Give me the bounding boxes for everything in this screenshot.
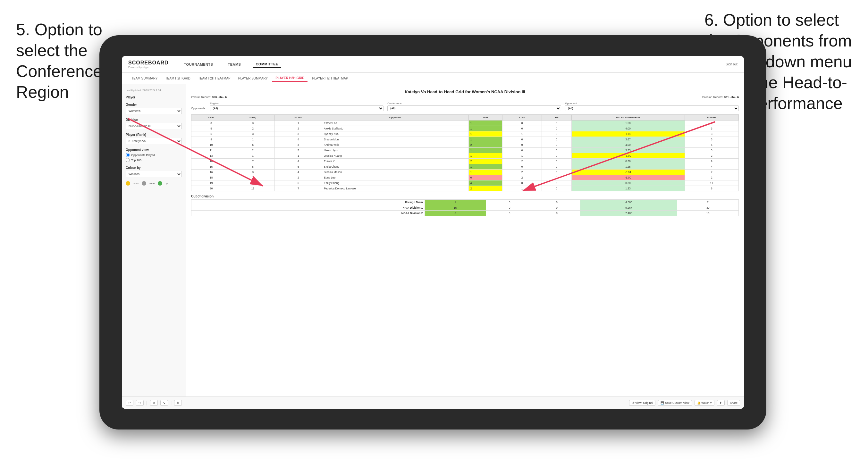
td-win: 1 — [468, 126, 502, 131]
th-div: # Div — [191, 115, 231, 121]
export-btn[interactable]: ⬆ — [717, 400, 725, 406]
player-rank-select[interactable]: 8. Katelyn Vo — [126, 138, 182, 144]
td-rounds: 4 — [685, 164, 739, 169]
radio-top100[interactable]: Top 100 — [126, 158, 182, 162]
sub-nav-player-h2h-heatmap[interactable]: PLAYER H2H HEATMAP — [309, 75, 351, 82]
th-tie: Tie — [541, 115, 571, 121]
td-diff: -3.00 — [571, 153, 685, 159]
td-div: 9 — [191, 137, 231, 142]
player-rank-label: Player (Rank) — [126, 133, 182, 136]
td-opponent: Emily Chang — [322, 181, 468, 186]
region-filter-select[interactable]: (All) — [210, 105, 384, 111]
ood-rounds: 2 — [677, 200, 739, 205]
ood-rounds: 30 — [677, 205, 739, 211]
table-row: 9 1 4 Sharon Mun 1 0 0 3.67 3 — [191, 137, 739, 142]
td-div: 20 — [191, 186, 231, 191]
td-reg: 2 — [231, 148, 275, 153]
main-content: Last Updated: 27/03/2024 1:34 Player Gen… — [122, 84, 744, 409]
td-rounds: 4 — [685, 121, 739, 126]
td-loss: 0 — [502, 121, 541, 126]
td-opponent: Federica Domecq Lacroze — [322, 186, 468, 191]
watch-btn[interactable]: 🔔 Watch ▾ — [694, 400, 714, 406]
player-label: Player — [126, 95, 182, 99]
td-win: 0 — [468, 175, 502, 181]
td-diff: 1.33 — [571, 186, 685, 191]
table-row: 14 7 4 Eunice Yi 2 2 0 0.38 9 — [191, 159, 739, 164]
opponent-filter-group: Opponent (All) — [565, 102, 739, 111]
sub-nav-player-summary[interactable]: PLAYER SUMMARY — [235, 75, 271, 82]
ood-team: NCAA Division 2 — [191, 211, 425, 216]
division-record: 331 - 34 - 6 — [724, 95, 739, 99]
nav-committee[interactable]: COMMITTEE — [253, 61, 281, 68]
content-panel: Katelyn Vo Head-to-Head Grid for Women's… — [186, 84, 744, 409]
td-conf: 2 — [275, 175, 322, 181]
sub-nav-team-h2h-grid[interactable]: TEAM H2H GRID — [162, 75, 194, 82]
share-btn[interactable]: Share — [727, 400, 740, 406]
sub-nav-player-h2h-grid[interactable]: PLAYER H2H GRID — [272, 75, 308, 82]
ood-table-row: Foreign Team 1 0 0 4.500 2 — [191, 200, 739, 205]
division-select[interactable]: NCAA Division III — [126, 123, 182, 129]
division-label: Division — [126, 118, 182, 122]
td-div: 18 — [191, 175, 231, 181]
td-rounds: 4 — [685, 142, 739, 148]
td-conf: 4 — [275, 159, 322, 164]
td-win: 1 — [468, 164, 502, 169]
td-conf: 1 — [275, 153, 322, 159]
td-div: 13 — [191, 153, 231, 159]
td-conf: 5 — [275, 148, 322, 153]
colour-by-select[interactable]: Win/loss — [126, 171, 182, 177]
td-loss: 0 — [502, 142, 541, 148]
td-div: 14 — [191, 159, 231, 164]
td-win: 2 — [468, 159, 502, 164]
h2h-table: # Div # Reg # Conf Opponent Win Loss Tie… — [191, 115, 739, 191]
td-conf: 1 — [275, 121, 322, 126]
table-row: 20 11 7 Federica Domecq Lacroze 2 1 0 1.… — [191, 186, 739, 191]
ood-loss: 0 — [486, 205, 533, 211]
td-win: 2 — [468, 142, 502, 148]
legend-label-level: Level — [149, 182, 155, 185]
table-row: 5 2 2 Alexis Sudjianto 1 0 0 4.00 3 — [191, 126, 739, 131]
view-original-btn[interactable]: 👁 View: Original — [629, 400, 656, 406]
td-reg: 7 — [231, 159, 275, 164]
td-loss: 0 — [502, 126, 541, 131]
nav-tournaments[interactable]: TOURNAMENTS — [182, 61, 216, 68]
td-opponent: Jessica Huang — [322, 153, 468, 159]
td-diff: 1.25 — [571, 164, 685, 169]
td-opponent: Alexis Sudjianto — [322, 126, 468, 131]
td-div: 5 — [191, 126, 231, 131]
redo-btn[interactable]: ↪ — [136, 400, 144, 406]
conference-filter-select[interactable]: (All) — [388, 105, 561, 111]
td-loss: 0 — [502, 181, 541, 186]
td-tie: 0 — [541, 181, 571, 186]
td-rounds: 9 — [685, 159, 739, 164]
td-div: 10 — [191, 142, 231, 148]
td-opponent: Sydney Kuo — [322, 131, 468, 137]
td-diff: -0.94 — [571, 169, 685, 175]
td-tie: 0 — [541, 159, 571, 164]
filter-row: Opponents: Region (All) Conference (All) — [191, 102, 739, 111]
th-conf: # Conf — [275, 115, 322, 121]
th-rounds: Rounds — [685, 115, 739, 121]
sub-nav-team-h2h-heatmap[interactable]: TEAM H2H HEATMAP — [195, 75, 234, 82]
undo-btn[interactable]: ↩ — [126, 400, 133, 406]
gender-select[interactable]: Women's — [126, 108, 182, 114]
opponent-filter-select[interactable]: (All) — [565, 105, 739, 111]
opponents-label: Opponents: — [191, 107, 206, 110]
td-loss: 2 — [502, 159, 541, 164]
save-custom-view-btn[interactable]: 💾 Save Custom View — [658, 400, 692, 406]
refresh-btn[interactable]: ↻ — [174, 400, 182, 406]
td-win: 1 — [468, 148, 502, 153]
td-rounds: 3 — [685, 131, 739, 137]
td-rounds: 3 — [685, 148, 739, 153]
logo: SCOREBOARD Powered by clippd — [128, 60, 169, 69]
copy-btn[interactable]: ⊕ — [150, 400, 158, 406]
td-win: 1 — [468, 137, 502, 142]
sub-nav-team-summary[interactable]: TEAM SUMMARY — [128, 75, 161, 82]
paste-btn[interactable]: ↘ — [160, 400, 168, 406]
radio-opponents-played[interactable]: Opponents Played — [126, 153, 182, 157]
gender-label: Gender — [126, 103, 182, 106]
nav-teams[interactable]: TEAMS — [225, 61, 243, 68]
sign-out-link[interactable]: Sign out — [725, 62, 738, 66]
tablet-device: SCOREBOARD Powered by clippd TOURNAMENTS… — [99, 35, 766, 430]
td-conf: 4 — [275, 169, 322, 175]
